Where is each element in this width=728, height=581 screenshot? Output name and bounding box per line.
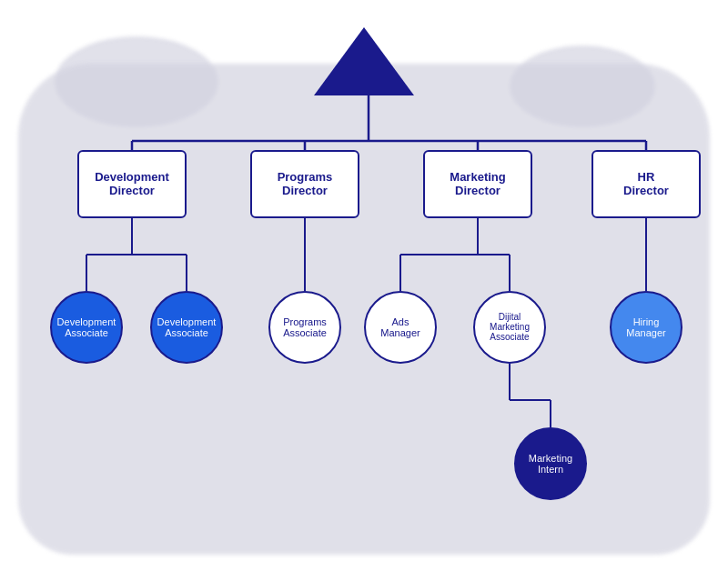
dev-director-box: DevelopmentDirector: [77, 150, 187, 218]
ads-mgr-node: AdsManager: [364, 291, 437, 364]
org-chart: CEO DevelopmentDirector ProgramsDirector…: [9, 9, 719, 573]
mkt-intern-node: MarketingIntern: [514, 427, 587, 500]
mkt-intern-label: MarketingIntern: [529, 453, 572, 475]
prog-director-label: ProgramsDirector: [278, 170, 333, 197]
ceo-triangle: CEO: [314, 27, 414, 95]
hiring-mgr-label: HiringManager: [626, 316, 665, 338]
dijital-mkt-label: DijitalMarketingAssociate: [490, 312, 530, 342]
dijital-mkt-node: DijitalMarketingAssociate: [473, 291, 546, 364]
ads-mgr-label: AdsManager: [380, 316, 420, 338]
ceo-label: CEO: [346, 1, 381, 20]
prog-assoc-label: ProgramsAssociate: [283, 316, 327, 338]
hiring-mgr-node: HiringManager: [610, 291, 682, 364]
cloud-background: [18, 64, 710, 555]
prog-assoc-node: ProgramsAssociate: [268, 291, 341, 364]
dev-director-label: DevelopmentDirector: [95, 170, 169, 197]
hr-director-label: HRDirector: [623, 170, 669, 197]
hr-director-box: HRDirector: [592, 150, 701, 218]
dev-assoc-2-node: DevelopmentAssociate: [150, 291, 223, 364]
dev-assoc-2-label: DevelopmentAssociate: [157, 316, 217, 338]
mkt-director-box: MarketingDirector: [423, 150, 532, 218]
dev-assoc-1-node: DevelopmentAssociate: [50, 291, 123, 364]
dev-assoc-1-label: DevelopmentAssociate: [57, 316, 116, 338]
ceo-node: CEO: [314, 27, 414, 95]
mkt-director-label: MarketingDirector: [450, 170, 505, 197]
prog-director-box: ProgramsDirector: [250, 150, 359, 218]
